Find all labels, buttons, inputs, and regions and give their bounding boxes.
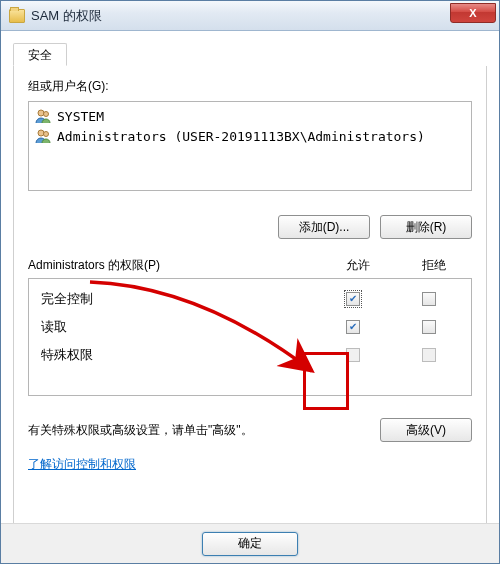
list-item[interactable]: SYSTEM: [31, 106, 469, 126]
perm-row: 完全控制: [33, 285, 467, 313]
perm-name: 完全控制: [33, 290, 315, 308]
add-button[interactable]: 添加(D)...: [278, 215, 370, 239]
advanced-row: 有关特殊权限或高级设置，请单击"高级"。 高级(V): [28, 418, 472, 442]
perm-row: 读取: [33, 313, 467, 341]
close-button[interactable]: X: [450, 3, 496, 23]
titlebar[interactable]: SAM 的权限 X: [1, 1, 499, 31]
permissions-label: Administrators 的权限(P): [28, 257, 320, 274]
permissions-header: Administrators 的权限(P) 允许 拒绝: [28, 257, 472, 274]
checkbox-allow-read[interactable]: [346, 320, 360, 334]
list-item-label: Administrators (USER-20191113BX\Administ…: [57, 129, 425, 144]
user-icon: [35, 108, 51, 124]
perm-row: 特殊权限: [33, 341, 467, 369]
groups-label: 组或用户名(G):: [28, 78, 472, 95]
list-item-label: SYSTEM: [57, 109, 104, 124]
checkbox-deny-special: [422, 348, 436, 362]
column-deny: 拒绝: [396, 257, 472, 274]
users-listbox[interactable]: SYSTEM Administrators (USER-20191113BX\A…: [28, 101, 472, 191]
checkbox-deny-full[interactable]: [422, 292, 436, 306]
tabstrip: 安全: [13, 43, 487, 67]
svg-point-0: [38, 110, 44, 116]
list-item[interactable]: Administrators (USER-20191113BX\Administ…: [31, 126, 469, 146]
permissions-listbox: 完全控制 读取 特殊权限: [28, 278, 472, 396]
ok-button[interactable]: 确定: [202, 532, 298, 556]
perm-name: 读取: [33, 318, 315, 336]
tab-security[interactable]: 安全: [13, 43, 67, 66]
svg-point-2: [38, 130, 44, 136]
client-area: 安全 组或用户名(G): SYSTEM Administrators (USER…: [1, 31, 499, 563]
user-icon: [35, 128, 51, 144]
user-buttons-row: 添加(D)... 删除(R): [28, 215, 472, 239]
security-panel: 组或用户名(G): SYSTEM Administrators (USER-20…: [13, 66, 487, 546]
checkbox-allow-full[interactable]: [346, 292, 360, 306]
learn-link[interactable]: 了解访问控制和权限: [28, 456, 136, 473]
column-allow: 允许: [320, 257, 396, 274]
permissions-dialog: SAM 的权限 X 安全 组或用户名(G): SYSTEM Admini: [0, 0, 500, 564]
dialog-footer: 确定: [1, 523, 499, 563]
svg-point-3: [44, 132, 49, 137]
folder-icon: [9, 9, 25, 23]
window-title: SAM 的权限: [31, 7, 102, 25]
svg-point-1: [44, 112, 49, 117]
checkbox-deny-read[interactable]: [422, 320, 436, 334]
perm-name: 特殊权限: [33, 346, 315, 364]
checkbox-allow-special: [346, 348, 360, 362]
remove-button[interactable]: 删除(R): [380, 215, 472, 239]
advanced-text: 有关特殊权限或高级设置，请单击"高级"。: [28, 421, 368, 439]
advanced-button[interactable]: 高级(V): [380, 418, 472, 442]
